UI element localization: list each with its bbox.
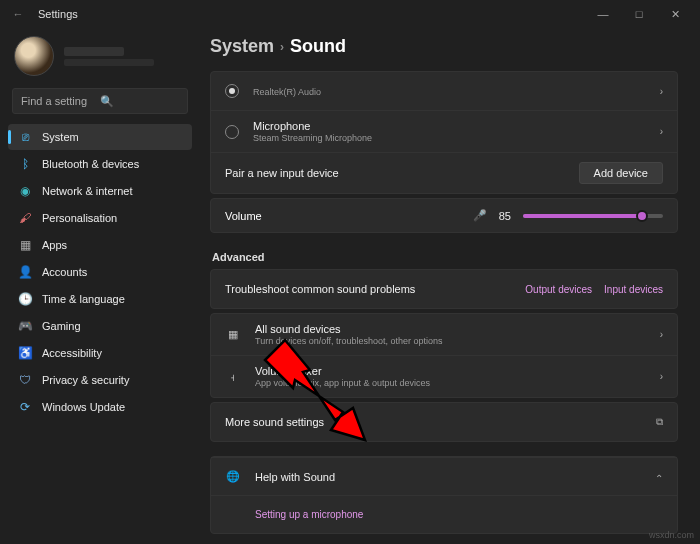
- devices-icon: ▦: [225, 328, 241, 341]
- sidebar-item-gaming[interactable]: 🎮Gaming: [8, 313, 192, 339]
- sidebar-item-label: Time & language: [42, 293, 125, 305]
- sidebar-item-personalisation[interactable]: 🖌Personalisation: [8, 205, 192, 231]
- sidebar-item-label: Apps: [42, 239, 67, 251]
- row-title: Volume mixer: [255, 365, 660, 377]
- avatar: [14, 36, 54, 76]
- advanced-card: ▦ All sound devices Turn devices on/off,…: [210, 313, 678, 398]
- globe-icon: 🌐: [225, 470, 241, 483]
- troubleshoot-card: Troubleshoot common sound problems Outpu…: [210, 269, 678, 309]
- sidebar: Find a setting 🔍 ⎚SystemᛒBluetooth & dev…: [0, 28, 200, 544]
- sidebar-item-accounts[interactable]: 👤Accounts: [8, 259, 192, 285]
- window-controls: — □ ✕: [586, 2, 692, 26]
- sidebar-item-apps[interactable]: ▦Apps: [8, 232, 192, 258]
- nav-icon: ▦: [18, 238, 32, 252]
- search-placeholder: Find a setting: [21, 95, 100, 107]
- sidebar-item-label: System: [42, 131, 79, 143]
- volume-value: 85: [499, 210, 511, 222]
- sidebar-item-label: Privacy & security: [42, 374, 129, 386]
- sidebar-item-label: Accounts: [42, 266, 87, 278]
- nav-icon: ⎚: [18, 130, 32, 144]
- nav-icon: ◉: [18, 184, 32, 198]
- search-icon: 🔍: [100, 95, 179, 108]
- all-sound-devices-row[interactable]: ▦ All sound devices Turn devices on/off,…: [211, 314, 677, 355]
- input-device-microphone[interactable]: Microphone Steam Streaming Microphone ›: [211, 110, 677, 152]
- device-sub: Steam Streaming Microphone: [253, 133, 660, 143]
- search-input[interactable]: Find a setting 🔍: [12, 88, 188, 114]
- nav-icon: ♿: [18, 346, 32, 360]
- nav-icon: 🖌: [18, 211, 32, 225]
- volume-mixer-row[interactable]: ⫞ Volume mixer App volume mix, app input…: [211, 355, 677, 397]
- sidebar-item-label: Windows Update: [42, 401, 125, 413]
- input-device-realtek[interactable]: Realtek(R) Audio ›: [211, 72, 677, 110]
- row-title: More sound settings: [225, 416, 656, 428]
- sidebar-item-privacy-security[interactable]: 🛡Privacy & security: [8, 367, 192, 393]
- user-profile[interactable]: [8, 32, 192, 88]
- advanced-header: Advanced: [210, 237, 678, 269]
- sidebar-item-system[interactable]: ⎚System: [8, 124, 192, 150]
- window-title: Settings: [38, 8, 78, 20]
- sidebar-item-label: Bluetooth & devices: [42, 158, 139, 170]
- breadcrumb: System › Sound: [210, 32, 678, 71]
- microphone-icon[interactable]: 🎤: [473, 209, 487, 222]
- sidebar-item-label: Gaming: [42, 320, 81, 332]
- nav-icon: 👤: [18, 265, 32, 279]
- help-microphone-row[interactable]: Setting up a microphone: [211, 495, 677, 533]
- volume-slider[interactable]: [523, 214, 663, 218]
- volume-card: Volume 🎤 85: [210, 198, 678, 233]
- chevron-right-icon: ›: [660, 86, 663, 97]
- input-devices-card: Realtek(R) Audio › Microphone Steam Stre…: [210, 71, 678, 194]
- watermark: wsxdn.com: [649, 530, 694, 540]
- pair-input-device-row: Pair a new input device Add device: [211, 152, 677, 193]
- troubleshoot-row: Troubleshoot common sound problems Outpu…: [211, 270, 677, 308]
- help-card: 🌐 Help with Sound Setting up a microphon…: [210, 456, 678, 534]
- breadcrumb-parent[interactable]: System: [210, 36, 274, 57]
- device-title: Microphone: [253, 120, 660, 132]
- sidebar-item-label: Accessibility: [42, 347, 102, 359]
- nav-icon: 🕒: [18, 292, 32, 306]
- troubleshoot-label: Troubleshoot common sound problems: [225, 283, 525, 295]
- row-sub: Turn devices on/off, troubleshoot, other…: [255, 336, 660, 346]
- chevron-right-icon: ›: [660, 371, 663, 382]
- chevron-right-icon: ›: [660, 126, 663, 137]
- more-sound-settings-card: More sound settings ⧉: [210, 402, 678, 442]
- sidebar-item-accessibility[interactable]: ♿Accessibility: [8, 340, 192, 366]
- chevron-up-icon: [655, 471, 663, 482]
- sidebar-item-time-language[interactable]: 🕒Time & language: [8, 286, 192, 312]
- sidebar-item-windows-update[interactable]: ⟳Windows Update: [8, 394, 192, 420]
- content-area: System › Sound Realtek(R) Audio › Microp…: [200, 28, 700, 544]
- nav-icon: 🎮: [18, 319, 32, 333]
- nav-icon: ᛒ: [18, 157, 32, 171]
- radio-icon[interactable]: [225, 125, 239, 139]
- radio-icon[interactable]: [225, 84, 239, 98]
- help-with-sound-row[interactable]: 🌐 Help with Sound: [211, 457, 677, 495]
- input-devices-link[interactable]: Input devices: [604, 284, 663, 295]
- sidebar-item-label: Network & internet: [42, 185, 132, 197]
- row-sub: App volume mix, app input & output devic…: [255, 378, 660, 388]
- sidebar-item-label: Personalisation: [42, 212, 117, 224]
- pair-label: Pair a new input device: [225, 167, 579, 179]
- row-title: Help with Sound: [255, 471, 655, 483]
- device-sub: Realtek(R) Audio: [253, 87, 660, 97]
- chevron-right-icon: ›: [660, 329, 663, 340]
- user-name-block: [64, 47, 154, 66]
- maximize-button[interactable]: □: [622, 2, 656, 26]
- output-devices-link[interactable]: Output devices: [525, 284, 592, 295]
- minimize-button[interactable]: —: [586, 2, 620, 26]
- sidebar-item-network-internet[interactable]: ◉Network & internet: [8, 178, 192, 204]
- external-link-icon: ⧉: [656, 416, 663, 428]
- nav-icon: 🛡: [18, 373, 32, 387]
- titlebar: ← Settings — □ ✕: [0, 0, 700, 28]
- back-button[interactable]: ←: [8, 4, 28, 24]
- more-sound-settings-row[interactable]: More sound settings ⧉: [211, 403, 677, 441]
- volume-row: Volume 🎤 85: [211, 199, 677, 232]
- add-device-button[interactable]: Add device: [579, 162, 663, 184]
- sidebar-item-bluetooth-devices[interactable]: ᛒBluetooth & devices: [8, 151, 192, 177]
- close-button[interactable]: ✕: [658, 2, 692, 26]
- mixer-icon: ⫞: [225, 371, 241, 383]
- nav-icon: ⟳: [18, 400, 32, 414]
- row-title: All sound devices: [255, 323, 660, 335]
- chevron-right-icon: ›: [280, 40, 284, 54]
- page-title: Sound: [290, 36, 346, 57]
- volume-label: Volume: [225, 210, 461, 222]
- help-link[interactable]: Setting up a microphone: [255, 509, 363, 520]
